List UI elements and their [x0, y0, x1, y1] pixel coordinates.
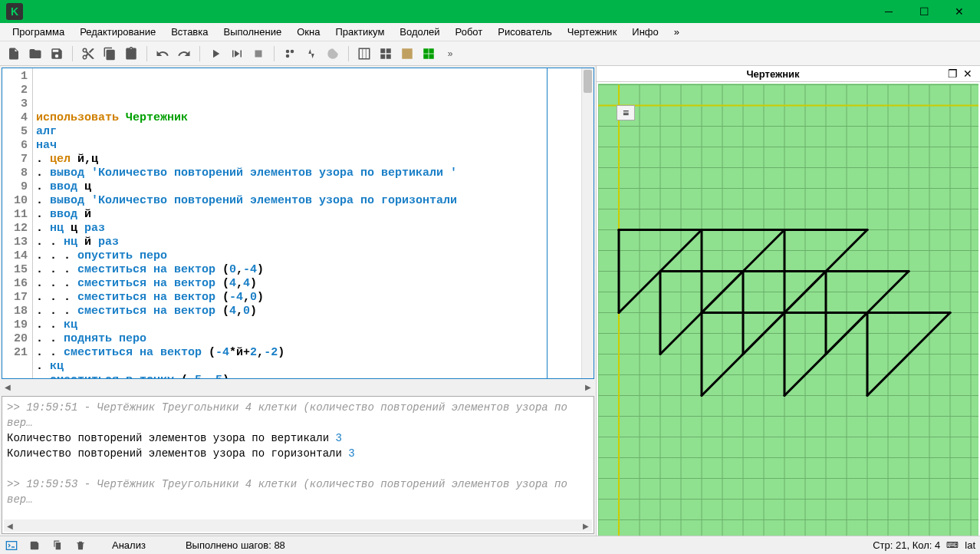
tool-b-icon[interactable]: [302, 45, 321, 63]
code-line[interactable]: использовать Чертежник: [36, 111, 578, 125]
scroll-right-icon[interactable]: ▶: [582, 383, 594, 391]
status-cursor-pos: Стр: 21, Кол: 4: [873, 539, 940, 551]
code-line[interactable]: . цел й,ц: [36, 153, 578, 167]
code-line[interactable]: . . . сместиться на вектор (4,4): [36, 277, 578, 291]
scroll-left-icon[interactable]: ◀: [4, 522, 16, 530]
console-log-line: >> 19:59:53 - Чертёжник Треугольники 4 к…: [7, 477, 589, 507]
console-output[interactable]: >> 19:59:51 - Чертёжник Треугольники 4 к…: [2, 397, 594, 519]
svg-rect-9: [380, 54, 385, 58]
minimize-button[interactable]: ─: [871, 0, 906, 23]
redo-icon[interactable]: [175, 45, 193, 63]
menu-item[interactable]: Рисователь: [490, 24, 559, 40]
menu-item[interactable]: Инфо: [624, 24, 666, 40]
menubar: ПрограммаРедактированиеВставкаВыполнение…: [0, 23, 980, 41]
code-line[interactable]: . ввод ц: [36, 180, 578, 194]
statusbar: Анализ Выполнено шагов: 88 Стр: 21, Кол:…: [0, 536, 980, 554]
menu-item[interactable]: Вставка: [163, 24, 215, 40]
status-console-icon[interactable]: [5, 539, 18, 552]
run-icon[interactable]: [206, 45, 225, 63]
line-gutter: 123456789101112131415161718192021: [2, 68, 33, 378]
code-line[interactable]: . вывод 'Количество повторений элементов…: [36, 167, 578, 180]
grid-c-icon[interactable]: [398, 45, 416, 63]
svg-point-2: [291, 49, 294, 53]
code-line[interactable]: . . . сместиться на вектор (-4,0): [36, 291, 578, 305]
editor-hscrollbar[interactable]: ◀ ▶: [2, 381, 594, 393]
code-line[interactable]: . ввод й: [36, 208, 578, 222]
status-steps: Выполнено шагов: 88: [186, 539, 285, 551]
tool-c-icon[interactable]: [324, 45, 342, 63]
code-line[interactable]: . . . сместиться на вектор (4,0): [36, 305, 578, 318]
undo-icon[interactable]: [153, 45, 172, 63]
copy-icon[interactable]: [100, 45, 119, 63]
svg-rect-4: [359, 48, 370, 59]
code-line[interactable]: нач: [36, 139, 578, 153]
code-line[interactable]: . вывод 'Количество повторений элементов…: [36, 194, 578, 208]
svg-rect-11: [402, 48, 413, 59]
code-line[interactable]: . . . опустить перо: [36, 249, 578, 263]
new-file-icon[interactable]: [5, 45, 23, 63]
code-line[interactable]: . . нц й раз: [36, 236, 578, 249]
cut-icon[interactable]: [79, 45, 97, 63]
toolbar: »: [0, 41, 980, 66]
status-keyboard-icon: ⌨: [946, 540, 959, 550]
drawing-canvas[interactable]: ≡: [598, 84, 978, 536]
code-line[interactable]: . . поднять перо: [36, 332, 578, 346]
panel-close-icon[interactable]: ✕: [960, 66, 975, 81]
editor-content[interactable]: использовать Чертежникалгнач. цел й,ц. в…: [33, 68, 581, 378]
panel-header: Чертежник ❐ ✕: [597, 66, 980, 82]
app-icon: K: [6, 3, 23, 20]
tool-a-icon[interactable]: [281, 45, 299, 63]
save-file-icon[interactable]: [48, 45, 66, 63]
menu-item[interactable]: Программа: [5, 24, 72, 40]
menu-item[interactable]: Водолей: [392, 24, 447, 40]
open-file-icon[interactable]: [26, 45, 44, 63]
code-line[interactable]: . . сместиться на вектор (-4*й+2,-2): [36, 346, 578, 360]
code-line[interactable]: . . . сместиться на вектор (0,-4): [36, 263, 578, 277]
close-button[interactable]: ✕: [942, 0, 977, 23]
scroll-right-icon[interactable]: ▶: [580, 522, 592, 530]
code-line[interactable]: . нц ц раз: [36, 222, 578, 236]
status-keyboard-layout: lat: [965, 539, 975, 551]
grid-a-icon[interactable]: [355, 45, 373, 63]
console-output-line: Количество повторений элементов узора по…: [7, 446, 589, 461]
menu-item[interactable]: Выполнение: [215, 24, 289, 40]
menu-item[interactable]: Окна: [289, 24, 327, 40]
editor-vscrollbar[interactable]: [581, 68, 594, 378]
console: >> 19:59:51 - Чертёжник Треугольники 4 к…: [2, 396, 594, 534]
svg-point-3: [286, 54, 290, 58]
toolbar-more-icon[interactable]: »: [441, 45, 459, 63]
scroll-left-icon[interactable]: ◀: [2, 383, 14, 391]
svg-rect-7: [380, 48, 385, 53]
svg-rect-10: [386, 54, 391, 58]
left-pane: 123456789101112131415161718192021 исполь…: [0, 66, 597, 536]
menu-item[interactable]: Чертежник: [560, 24, 625, 40]
canvas-menu-icon[interactable]: ≡: [617, 105, 635, 120]
code-editor[interactable]: 123456789101112131415161718192021 исполь…: [2, 68, 594, 379]
menu-item[interactable]: Практикум: [327, 24, 392, 40]
console-output-line: Количество повторений элементов узора по…: [7, 430, 589, 446]
status-copy-icon[interactable]: [51, 539, 64, 552]
stop-icon[interactable]: [249, 45, 268, 63]
svg-rect-8: [386, 48, 391, 53]
step-icon[interactable]: [228, 45, 246, 63]
code-line[interactable]: алг: [36, 125, 578, 139]
maximize-button[interactable]: ☐: [906, 0, 942, 23]
paste-icon[interactable]: [122, 45, 140, 63]
status-delete-icon[interactable]: [74, 539, 87, 552]
menu-item[interactable]: »: [666, 24, 687, 40]
svg-rect-95: [6, 541, 16, 549]
code-line[interactable]: . сместиться в точку (-5,-5): [36, 374, 578, 378]
console-blank: [7, 461, 589, 477]
panel-restore-icon[interactable]: ❐: [945, 66, 960, 81]
grid-d-icon[interactable]: [419, 45, 438, 63]
menu-item[interactable]: Редактирование: [72, 24, 163, 40]
grid-b-icon[interactable]: [377, 45, 395, 63]
svg-rect-0: [255, 50, 262, 57]
code-line[interactable]: . кц: [36, 360, 578, 374]
menu-item[interactable]: Робот: [448, 24, 491, 40]
code-line[interactable]: . . кц: [36, 318, 578, 332]
svg-point-1: [286, 49, 290, 53]
margin-line: [547, 68, 548, 378]
status-save-icon[interactable]: [28, 539, 41, 552]
console-hscrollbar[interactable]: ◀ ▶: [4, 519, 592, 532]
